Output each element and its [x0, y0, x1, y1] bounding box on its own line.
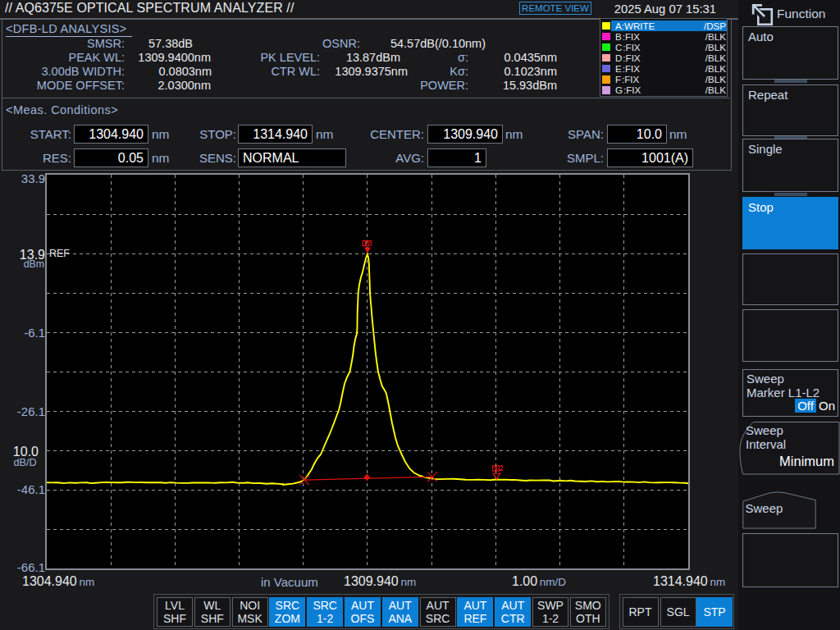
svg-text:Sweep: Sweep — [746, 501, 783, 515]
